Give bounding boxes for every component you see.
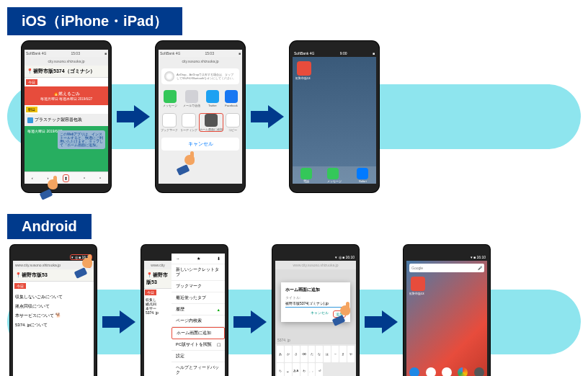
share-add-home[interactable]: ホーム画面に追加 xyxy=(199,113,223,132)
bookmarks-icon[interactable]: ▫ xyxy=(84,176,85,180)
ios-phone-2: SoftBank 4G15:03■ city.susono.shizuoka.j… xyxy=(156,41,245,192)
phone-icon[interactable] xyxy=(409,367,419,376)
share-bookmark[interactable]: ブックマーク xyxy=(161,113,178,132)
app-icon[interactable] xyxy=(297,61,311,76)
menu-item[interactable]: ヘルプとフィードバック xyxy=(172,362,225,376)
message-icon[interactable] xyxy=(327,168,339,179)
ios-homescreen: 裾野市版53 電話 メッセージ Safari xyxy=(293,57,376,184)
android-flow: ▾ ◎ ■ 16:10 www.city.susono.shizuoka.jp⋮… xyxy=(7,245,581,376)
urlbar: city.susono.shizuoka.jp xyxy=(24,57,108,66)
statusbar: SoftBank 4G15:03■ xyxy=(24,50,108,57)
camera-icon[interactable] xyxy=(474,367,484,376)
phone-icon[interactable] xyxy=(300,168,312,179)
hand-icon xyxy=(333,304,356,324)
hand-icon xyxy=(75,256,98,277)
android-section: Android ▾ ◎ ■ 16:10 www.city.susono.shiz… xyxy=(7,214,581,376)
android-phone-4: ▾ ■ 16:10 Google🎤 裾野市版53 ◁ ○ xyxy=(404,245,490,376)
statusbar: ▾ ◎ ■ 16:10 xyxy=(275,254,356,261)
urlbar: www.city xyxy=(144,261,172,269)
menu-add-home[interactable]: ホーム画面に追加 xyxy=(172,327,225,339)
menu-item[interactable]: 設定 xyxy=(172,351,225,362)
arrow-icon xyxy=(102,310,135,334)
android-phone-1: ▾ ◎ ■ 16:10 www.city.susono.shizuoka.jp⋮… xyxy=(10,245,97,376)
android-dock xyxy=(406,364,487,376)
tomorrow-tag: 明日 xyxy=(26,107,37,112)
tabs-icon[interactable]: ▫ xyxy=(99,176,101,180)
list-item[interactable]: 収集しないごみについて xyxy=(15,292,92,302)
back-icon[interactable]: ‹ xyxy=(32,176,33,180)
dialog-title: ホーム画面に追加 xyxy=(285,287,346,293)
hand-icon xyxy=(177,153,200,174)
airdrop-icon xyxy=(164,71,174,81)
share-message[interactable]: メッセージ xyxy=(163,90,177,107)
share-reading[interactable]: リーディング xyxy=(180,113,197,132)
ios-section: iOS（iPhone・iPad） SoftBank 4G15:03■ city.… xyxy=(7,7,581,192)
app-title: 📍裾野市版5374（ゴミナシ） xyxy=(24,66,108,78)
arrow-icon xyxy=(365,310,398,334)
airdrop-row[interactable]: AirDrop。AirDropで共有する場合は、タップしてWi-FiやBluet… xyxy=(161,68,239,84)
menu-item[interactable]: →★⬇ xyxy=(172,254,225,264)
share-mail[interactable]: メールで送信 xyxy=(183,90,200,107)
today-tag: 今日 xyxy=(26,79,37,85)
ios-phone-3: SoftBank 4G9:00■ 裾野市版53 電話 メッセージ Safari xyxy=(290,41,379,192)
safari-toolbar: ‹ › ⬆ ▫ ▫ xyxy=(24,171,108,184)
android-menu: →★⬇ 新しいシークレットタブ ブックマーク 最近使ったタブ 履歴▲ ページ内検… xyxy=(172,254,225,376)
urlbar: www.city.susono.shizuoka.jp xyxy=(275,261,356,269)
statusbar: ▾ ■ 16:10 xyxy=(406,254,487,261)
android-phone-2: www.city 📍裾野市版53 今日 収集し 拠点回 本サー 5374. jp… xyxy=(141,245,228,376)
arrow-icon xyxy=(233,310,267,334)
tooltip: このWebアプリは、インストールすると、快適にご利用いただけます。タップして「ホ… xyxy=(58,130,105,149)
chrome-icon[interactable] xyxy=(458,367,468,376)
list-item[interactable]: 拠点回収について xyxy=(15,302,92,311)
apps-icon[interactable] xyxy=(442,367,452,376)
app-icon[interactable] xyxy=(411,277,425,291)
ios-phone-1: SoftBank 4G15:03■ city.susono.shizuoka.j… xyxy=(22,41,111,192)
today-tag: 今日 xyxy=(14,283,26,289)
urlbar: city.susono.shizuoka.jp xyxy=(159,57,242,66)
dialog-cancel[interactable]: キャンセル xyxy=(311,310,329,318)
share-facebook[interactable]: Facebook xyxy=(225,90,238,107)
android-phone-3: ▾ ◎ ■ 16:10 www.city.susono.shizuoka.jp … xyxy=(272,245,359,376)
statusbar: SoftBank 4G15:03■ xyxy=(159,50,242,57)
android-header: Android xyxy=(7,214,92,239)
share-sheet: AirDrop。AirDropで共有する場合は、タップしてWi-FiやBluet… xyxy=(159,66,242,184)
statusbar xyxy=(144,254,172,261)
week-block: 毎週火曜日 2019/6/28 このWebアプリは、インストールすると、快適にご… xyxy=(24,126,108,171)
share-copy[interactable]: コピー xyxy=(226,113,240,132)
cancel-button[interactable]: キャンセル xyxy=(161,138,239,151)
burnable-block: 🔥燃えるごみ 毎週月曜日 毎週木曜日 2019/6/27 xyxy=(24,86,108,105)
statusbar: SoftBank 4G9:00■ xyxy=(293,50,376,57)
app-label: 裾野市版53 xyxy=(409,292,424,295)
share-icon[interactable]: ⬆ xyxy=(63,174,69,182)
google-search[interactable]: Google🎤 xyxy=(409,264,484,272)
app-title: 📍裾野市版53 xyxy=(144,269,172,289)
list-item[interactable]: 本サービスについて 🐕 xyxy=(15,311,92,321)
ios-flow: SoftBank 4G15:03■ city.susono.shizuoka.j… xyxy=(7,41,581,192)
ios-dock: 電話 メッセージ Safari xyxy=(293,166,376,184)
hand-icon xyxy=(40,178,63,198)
folder-icon[interactable] xyxy=(426,367,436,376)
menu-item[interactable]: PC版サイトを閲覧☐ xyxy=(172,339,225,351)
arrow-icon xyxy=(251,105,284,128)
menu-item[interactable]: ブックマーク xyxy=(172,281,225,292)
menu-item[interactable]: 最近使ったタブ xyxy=(172,292,225,304)
ios-header: iOS（iPhone・iPad） xyxy=(7,7,182,35)
android-homescreen: Google🎤 裾野市版53 xyxy=(406,261,487,376)
arrow-icon xyxy=(117,105,150,128)
list-item[interactable]: 5374. jpについて xyxy=(15,321,92,330)
app-label: 裾野市版53 xyxy=(295,76,310,80)
safari-icon[interactable] xyxy=(357,168,368,179)
plastic-block: プラスチック製容器包装 xyxy=(24,114,108,126)
menu-item[interactable]: 履歴▲ xyxy=(172,304,225,315)
menu-item[interactable]: 新しいシークレットタブ xyxy=(172,264,225,281)
keyboard[interactable]: あかさ⌫ たなは→ まやら␣ あAわ、。⏎ xyxy=(275,344,356,376)
mic-icon[interactable]: 🎤 xyxy=(478,266,482,270)
menu-item[interactable]: ページ内検索 xyxy=(172,315,225,327)
share-twitter[interactable]: Twitter xyxy=(206,90,219,107)
